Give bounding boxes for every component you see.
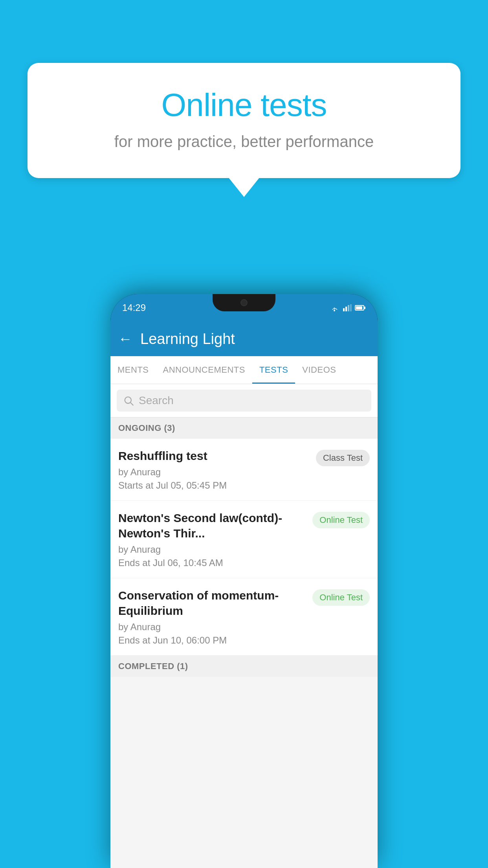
svg-line-10 — [130, 403, 133, 405]
test-by: by Anurag — [118, 544, 306, 555]
front-camera — [240, 299, 248, 306]
svg-rect-3 — [345, 307, 347, 311]
svg-marker-0 — [332, 307, 338, 310]
svg-point-1 — [334, 310, 335, 311]
wifi-icon — [330, 304, 339, 311]
search-bar[interactable]: Search — [117, 390, 371, 412]
battery-icon — [355, 304, 366, 311]
search-icon — [123, 395, 134, 406]
svg-rect-5 — [350, 304, 352, 311]
test-badge: Class Test — [316, 450, 370, 466]
status-bar: 14:29 — [110, 294, 378, 322]
tab-tests[interactable]: TESTS — [252, 356, 295, 384]
test-title: Newton's Second law(contd)-Newton's Thir… — [118, 510, 306, 541]
bubble-title: Online tests — [59, 86, 429, 123]
test-title: Conservation of momentum-Equilibrium — [118, 588, 306, 618]
test-time: Ends at Jul 06, 10:45 AM — [118, 557, 306, 568]
completed-section-label: COMPLETED (1) — [110, 656, 378, 677]
bubble-subtitle: for more practice, better performance — [59, 133, 429, 151]
test-info: Newton's Second law(contd)-Newton's Thir… — [118, 510, 312, 568]
svg-rect-4 — [348, 305, 349, 311]
status-icons — [330, 304, 366, 311]
test-item[interactable]: Conservation of momentum-Equilibrium by … — [110, 578, 378, 656]
test-time: Starts at Jul 05, 05:45 PM — [118, 480, 310, 491]
test-item[interactable]: Newton's Second law(contd)-Newton's Thir… — [110, 501, 378, 578]
test-item[interactable]: Reshuffling test by Anurag Starts at Jul… — [110, 439, 378, 501]
svg-rect-7 — [356, 306, 362, 309]
svg-rect-2 — [343, 308, 345, 311]
tabs-container: MENTS ANNOUNCEMENTS TESTS VIDEOS — [110, 356, 378, 384]
test-by: by Anurag — [118, 622, 306, 633]
test-by: by Anurag — [118, 467, 310, 478]
back-button[interactable]: ← — [118, 331, 132, 347]
test-badge: Online Test — [312, 512, 370, 528]
tab-announcements[interactable]: ANNOUNCEMENTS — [156, 356, 252, 384]
phone-frame: 14:29 ← Learning L — [110, 294, 378, 868]
speech-bubble-container: Online tests for more practice, better p… — [28, 63, 460, 178]
app-header: ← Learning Light — [110, 322, 378, 356]
test-list: Reshuffling test by Anurag Starts at Jul… — [110, 439, 378, 656]
ongoing-section-label: ONGOING (3) — [110, 417, 378, 439]
svg-rect-8 — [364, 307, 365, 309]
app-title: Learning Light — [140, 331, 235, 348]
test-info: Reshuffling test by Anurag Starts at Jul… — [118, 448, 316, 491]
app-screen: ← Learning Light MENTS ANNOUNCEMENTS TES… — [110, 322, 378, 868]
search-placeholder: Search — [139, 394, 174, 407]
speech-bubble: Online tests for more practice, better p… — [28, 63, 460, 178]
phone-notch — [213, 294, 275, 311]
test-time: Ends at Jun 10, 06:00 PM — [118, 635, 306, 646]
test-badge: Online Test — [312, 589, 370, 606]
test-info: Conservation of momentum-Equilibrium by … — [118, 588, 312, 646]
test-title: Reshuffling test — [118, 448, 310, 463]
signal-icon — [342, 304, 352, 311]
tab-assignments[interactable]: MENTS — [110, 356, 156, 384]
search-container: Search — [110, 384, 378, 417]
clock: 14:29 — [122, 302, 146, 313]
tab-videos[interactable]: VIDEOS — [295, 356, 343, 384]
